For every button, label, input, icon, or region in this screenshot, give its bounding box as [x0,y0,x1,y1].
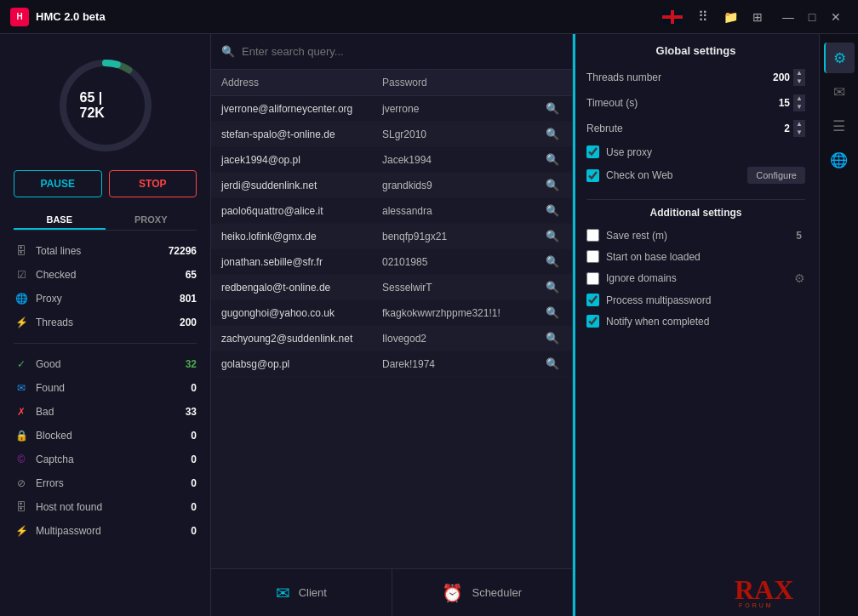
process-multipass-row: Process multipassword [586,294,805,306]
save-rest-checkbox[interactable] [586,229,599,242]
use-proxy-checkbox[interactable] [586,145,599,158]
start-on-base-checkbox[interactable] [586,250,599,263]
threads-decrement[interactable]: ▼ [793,77,805,86]
windows-icon[interactable]: ⊞ [746,5,769,29]
check-on-web-checkbox[interactable] [586,169,599,182]
row-address: heiko.lofink@gmx.de [221,231,382,242]
row-search-button[interactable]: 🔍 [543,204,562,217]
col-address-header: Address [221,77,382,88]
row-search-button[interactable]: 🔍 [543,332,562,345]
errors-icon: ⊘ [14,476,29,491]
row-password: Darek!1974 [382,358,543,370]
database-icon: 🗄 [14,243,29,259]
sidebar-tabs: BASE PROXY [14,211,197,231]
ignore-domains-row: Ignore domains ⚙ [586,271,805,285]
strip-globe-icon[interactable]: 🌐 [824,145,855,175]
multipassword-icon: ⚡ [14,523,29,539]
stat-good: ✓ Good 32 [14,354,197,374]
process-multipass-checkbox[interactable] [586,294,599,306]
ignore-domains-checkbox[interactable] [586,272,599,285]
row-search-button[interactable]: 🔍 [543,230,562,242]
row-address: jerdi@suddenlink.net [221,180,382,191]
search-input[interactable] [242,45,562,58]
action-buttons: PAUSE STOP [14,170,197,197]
strip-settings-icon[interactable]: ⚙ [824,43,855,73]
bad-icon: ✗ [14,404,29,419]
blocked-icon: 🔒 [14,428,29,443]
threads-increment[interactable]: ▲ [793,69,805,77]
stat-proxy: 🌐 Proxy 801 [14,288,197,309]
rebrute-increment[interactable]: ▲ [793,120,805,128]
svg-text:RAX: RAX [735,574,793,605]
client-label: Client [299,586,327,599]
global-settings-title: Global settings [586,44,805,57]
timeout-decrement[interactable]: ▼ [793,103,805,111]
main-area: 65 | 72K PAUSE STOP BASE PROXY 🗄 Total l… [0,34,858,616]
strip-list-icon[interactable]: ☰ [824,111,855,141]
folder-icon[interactable]: 📁 [718,5,742,29]
row-search-button[interactable]: 🔍 [543,102,562,115]
start-on-base-row: Start on base loaded [586,250,805,263]
stat-found: ✉ Found 0 [14,378,197,398]
notify-completed-row: Notify when completed [586,315,805,328]
row-password: grandkids9 [382,180,543,191]
center-panel: 🔍 Address Password jverrone@aliforneycen… [211,34,572,616]
rebrute-decrement[interactable]: ▼ [793,128,805,137]
row-password: alessandra [382,205,543,217]
client-button[interactable]: ✉ Client [211,569,392,617]
app-logo: H [10,8,29,26]
pause-button[interactable]: PAUSE [14,170,102,197]
row-address: jonathan.sebille@sfr.fr [221,256,382,268]
active-indicator [573,34,575,616]
use-proxy-row: Use proxy [586,145,805,158]
row-search-button[interactable]: 🔍 [543,153,562,166]
row-search-button[interactable]: 🔍 [543,179,562,191]
minimize-button[interactable]: — [776,5,800,29]
row-search-button[interactable]: 🔍 [543,357,562,370]
table-row: gugonghoi@yahoo.co.uk fkagkokwwrzhppme32… [211,300,572,326]
tab-base[interactable]: BASE [14,211,106,230]
table-row: redbengalo@t-online.de SesselwirT 🔍 [211,275,572,300]
notify-completed-checkbox[interactable] [586,315,599,328]
ignore-domains-gear-icon[interactable]: ⚙ [794,271,805,285]
stat-errors: ⊘ Errors 0 [14,473,197,493]
threads-number-label: Threads number [586,71,773,83]
stats-list: 🗄 Total lines 72296 ☑ Checked 65 🌐 Proxy… [14,241,197,541]
threads-spinner: ▲ ▼ [793,69,805,86]
hostnotfound-icon: 🗄 [14,499,29,515]
row-address: golabsg@op.pl [221,358,382,370]
configure-button[interactable]: Configure [747,167,805,184]
stat-multipassword: ⚡ Multipassword 0 [14,521,197,541]
bottom-bar: ✉ Client ⏰ Scheduler [211,568,572,616]
grid-icon[interactable]: ⠿ [691,5,715,29]
row-search-button[interactable]: 🔍 [543,255,562,268]
scheduler-button[interactable]: ⏰ Scheduler [392,569,573,617]
table-row: paolo6quattro@alice.it alessandra 🔍 [211,198,572,224]
row-address: jacek1994@op.pl [221,154,382,166]
stat-bad: ✗ Bad 33 [14,402,197,422]
table-row: jonathan.sebille@sfr.fr 02101985 🔍 [211,249,572,275]
app-title: HMC 2.0 beta [36,10,106,23]
close-button[interactable]: ✕ [824,5,848,29]
language-flag[interactable] [662,10,683,24]
row-password: fkagkokwwrzhppme321!1! [382,307,543,319]
row-search-button[interactable]: 🔍 [543,281,562,294]
maximize-button[interactable]: □ [800,5,824,29]
scheduler-icon: ⏰ [442,583,463,603]
row-password: 02101985 [382,256,543,268]
tab-proxy[interactable]: PROXY [106,211,197,230]
save-rest-label: Save rest (m) [606,230,789,242]
row-search-button[interactable]: 🔍 [543,306,562,319]
timeout-increment[interactable]: ▲ [793,94,805,103]
row-search-button[interactable]: 🔍 [543,128,562,140]
stop-button[interactable]: STOP [109,170,197,197]
table-body: jverrone@aliforneycenter.org jverrone 🔍 … [211,96,572,568]
circle-text: 65 | 72K [80,90,131,121]
stat-total-lines: 🗄 Total lines 72296 [14,241,197,261]
threads-number-value: 200 [773,71,790,83]
row-address: gugonghoi@yahoo.co.uk [221,307,382,319]
strip-email-icon[interactable]: ✉ [824,77,855,107]
row-password: Jacek1994 [382,154,543,166]
table-row: jerdi@suddenlink.net grandkids9 🔍 [211,173,572,198]
timeout-label: Timeout (s) [586,97,779,109]
